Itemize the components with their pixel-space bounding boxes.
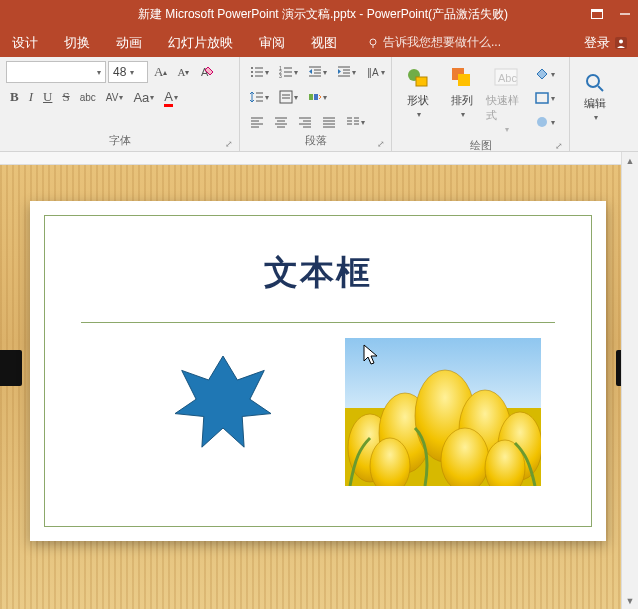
shapes-label: 形状 bbox=[407, 93, 429, 108]
svg-text:Abc: Abc bbox=[498, 72, 517, 84]
svg-text:3: 3 bbox=[279, 73, 282, 79]
ribbon: ▾ 48▾ A▴ A▾ A B I U S abc AV▾ Aa▾ bbox=[0, 57, 638, 152]
svg-point-6 bbox=[619, 39, 623, 43]
editing-button[interactable]: 编辑 ▾ bbox=[575, 68, 615, 126]
star-icon bbox=[175, 356, 271, 452]
character-spacing-button[interactable]: AV▾ bbox=[102, 86, 128, 108]
slide-canvas-area: 文本框 bbox=[0, 152, 638, 609]
align-text-button[interactable]: ▾ bbox=[275, 86, 302, 108]
paragraph-group-label: 段落 ⤢ bbox=[246, 133, 385, 151]
font-color-button[interactable]: A▾ bbox=[160, 86, 182, 108]
align-right-button[interactable] bbox=[294, 111, 316, 133]
strikethrough-button[interactable]: S bbox=[58, 86, 73, 108]
search-icon bbox=[584, 72, 606, 94]
tab-animations[interactable]: 动画 bbox=[114, 30, 144, 56]
svg-point-67 bbox=[587, 75, 599, 87]
change-case-button[interactable]: Aa▾ bbox=[129, 86, 158, 108]
align-left-button[interactable] bbox=[246, 111, 268, 133]
svg-rect-62 bbox=[458, 74, 470, 86]
bold-button[interactable]: B bbox=[6, 86, 23, 108]
arrange-icon bbox=[449, 65, 475, 91]
tab-design[interactable]: 设计 bbox=[10, 30, 40, 56]
slide-title-text[interactable]: 文本框 bbox=[45, 250, 591, 296]
shapes-icon bbox=[405, 65, 431, 91]
tell-me-placeholder: 告诉我您想要做什么... bbox=[383, 34, 501, 51]
line-spacing-button[interactable]: ▾ bbox=[246, 86, 273, 108]
increase-font-size-button[interactable]: A▴ bbox=[150, 61, 171, 83]
star-shape[interactable] bbox=[175, 356, 271, 452]
font-group-label: 字体 ⤢ bbox=[6, 133, 233, 151]
increase-indent-button[interactable]: ▾ bbox=[333, 61, 360, 83]
font-size-value: 48 bbox=[113, 65, 126, 79]
smartart-button[interactable]: ▾ bbox=[304, 86, 331, 108]
tab-review[interactable]: 审阅 bbox=[257, 30, 287, 56]
minimize-icon[interactable] bbox=[618, 7, 632, 21]
align-center-button[interactable] bbox=[270, 111, 292, 133]
font-family-combo[interactable]: ▾ bbox=[6, 61, 106, 83]
italic-button[interactable]: I bbox=[25, 86, 37, 108]
svg-point-66 bbox=[537, 117, 547, 127]
svg-rect-36 bbox=[314, 94, 318, 100]
quick-styles-button: Abc 快速样式 ▾ bbox=[486, 61, 526, 138]
title-bar: 新建 Microsoft PowerPoint 演示文稿.pptx - Powe… bbox=[0, 0, 638, 28]
svg-point-78 bbox=[441, 428, 489, 486]
svg-rect-1 bbox=[592, 10, 603, 13]
svg-point-10 bbox=[251, 71, 253, 73]
shape-effects-button[interactable]: ▾ bbox=[530, 111, 559, 133]
svg-text:‖A: ‖A bbox=[367, 67, 379, 78]
tab-slideshow[interactable]: 幻灯片放映 bbox=[166, 30, 235, 56]
scroll-down-button[interactable]: ▼ bbox=[622, 592, 638, 609]
font-dialog-launcher-icon[interactable]: ⤢ bbox=[225, 139, 233, 149]
text-shadow-button[interactable]: abc bbox=[76, 86, 100, 108]
numbering-button[interactable]: 123▾ bbox=[275, 61, 302, 83]
window-title: 新建 Microsoft PowerPoint 演示文稿.pptx - Powe… bbox=[56, 6, 590, 23]
svg-line-68 bbox=[598, 86, 603, 91]
ribbon-display-options-icon[interactable] bbox=[590, 7, 604, 21]
decrease-font-size-button[interactable]: A▾ bbox=[173, 61, 193, 83]
quick-styles-icon: Abc bbox=[493, 65, 519, 91]
mouse-cursor-icon bbox=[363, 344, 381, 366]
svg-rect-60 bbox=[416, 77, 427, 86]
justify-button[interactable] bbox=[318, 111, 340, 133]
login-label: 登录 bbox=[584, 34, 610, 52]
user-icon bbox=[614, 36, 628, 50]
columns-button[interactable]: ▾ bbox=[342, 111, 369, 133]
shape-outline-button[interactable]: ▾ bbox=[530, 87, 559, 109]
vertical-scrollbar[interactable]: ▲ ▼ bbox=[621, 152, 638, 609]
lightbulb-icon bbox=[367, 37, 379, 49]
slide-border: 文本框 bbox=[44, 215, 592, 527]
svg-point-3 bbox=[370, 39, 376, 45]
svg-point-8 bbox=[251, 67, 253, 69]
tell-me-search[interactable]: 告诉我您想要做什么... bbox=[367, 34, 501, 51]
filmstrip-marker-left bbox=[0, 350, 22, 386]
svg-point-12 bbox=[251, 75, 253, 77]
shape-fill-button[interactable]: ▾ bbox=[530, 63, 559, 85]
scroll-up-button[interactable]: ▲ bbox=[622, 152, 638, 169]
drawing-dialog-launcher-icon[interactable]: ⤢ bbox=[555, 141, 563, 151]
clear-formatting-button[interactable]: A bbox=[195, 61, 219, 83]
underline-button[interactable]: U bbox=[39, 86, 56, 108]
quick-styles-label: 快速样式 bbox=[486, 93, 526, 123]
paragraph-dialog-launcher-icon[interactable]: ⤢ bbox=[377, 139, 385, 149]
arrange-label: 排列 bbox=[451, 93, 473, 108]
text-direction-button[interactable]: ‖A▾ bbox=[362, 61, 389, 83]
bullets-button[interactable]: ▾ bbox=[246, 61, 273, 83]
slide[interactable]: 文本框 bbox=[30, 201, 606, 541]
login-button[interactable]: 登录 bbox=[584, 34, 628, 52]
shapes-button[interactable]: 形状 ▾ bbox=[398, 61, 438, 123]
tab-view[interactable]: 视图 bbox=[309, 30, 339, 56]
svg-rect-32 bbox=[280, 91, 292, 103]
drawing-group-label: 绘图 ⤢ bbox=[398, 138, 563, 153]
decrease-indent-button[interactable]: ▾ bbox=[304, 61, 331, 83]
font-size-combo[interactable]: 48▾ bbox=[108, 61, 148, 83]
editing-label: 编辑 bbox=[584, 96, 606, 111]
svg-rect-65 bbox=[536, 93, 548, 103]
tab-transitions[interactable]: 切换 bbox=[62, 30, 92, 56]
svg-marker-69 bbox=[175, 356, 271, 447]
arrange-button[interactable]: 排列 ▾ bbox=[442, 61, 482, 123]
divider-line bbox=[81, 322, 555, 323]
ribbon-tabs: 设计 切换 动画 幻灯片放映 审阅 视图 告诉我您想要做什么... 登录 bbox=[0, 28, 638, 57]
svg-rect-35 bbox=[309, 94, 313, 100]
